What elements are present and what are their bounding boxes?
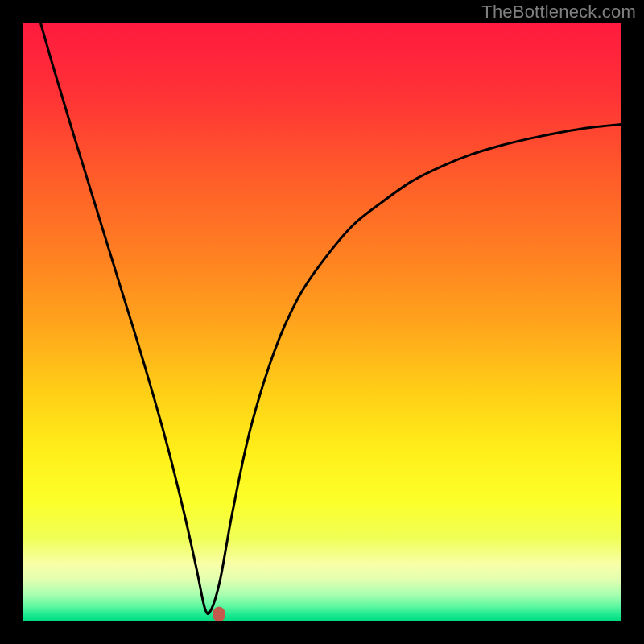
bottleneck-curve — [40, 23, 621, 614]
chart-frame: TheBottleneck.com — [0, 0, 644, 644]
curve-layer — [23, 23, 621, 621]
watermark-text: TheBottleneck.com — [481, 2, 636, 23]
optimum-marker — [213, 607, 225, 621]
plot-area — [23, 23, 621, 621]
